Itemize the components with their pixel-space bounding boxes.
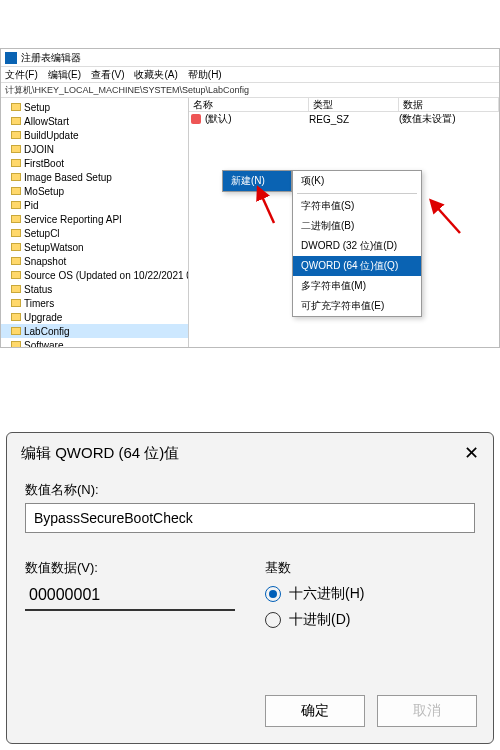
context-menu-primary: 新建(N) [222, 170, 292, 192]
tree-item[interactable]: Source OS (Updated on 10/22/2021 09:03:3… [1, 268, 188, 282]
folder-icon [11, 229, 21, 237]
ctx-new[interactable]: 新建(N) [223, 171, 291, 191]
tree-item-label: Setup [24, 102, 50, 113]
ctx-expandstring[interactable]: 可扩充字符串值(E) [293, 296, 421, 316]
ok-button[interactable]: 确定 [265, 695, 365, 727]
tree-item[interactable]: Status [1, 282, 188, 296]
value-data-input[interactable] [25, 581, 235, 611]
tree-item-label: DJOIN [24, 144, 54, 155]
string-value-icon [191, 114, 201, 124]
tree-item-label: Pid [24, 200, 38, 211]
close-icon[interactable]: ✕ [464, 442, 479, 464]
tree-item-label: Upgrade [24, 312, 62, 323]
value-row-default[interactable]: (默认) REG_SZ (数值未设置) [189, 112, 499, 126]
tree-item[interactable]: FirstBoot [1, 156, 188, 170]
tree-item-label: AllowStart [24, 116, 69, 127]
tree-item-label: Snapshot [24, 256, 66, 267]
radio-icon [265, 586, 281, 602]
radio-dec-label: 十进制(D) [289, 611, 350, 629]
tree-item[interactable]: SetupWatson [1, 240, 188, 254]
context-submenu-new: 项(K) 字符串值(S) 二进制值(B) DWORD (32 位)值(D) QW… [292, 170, 422, 317]
folder-icon [11, 145, 21, 153]
col-data[interactable]: 数据 [399, 98, 499, 111]
folder-icon [11, 271, 21, 279]
folder-icon [11, 285, 21, 293]
value-name-field[interactable]: BypassSecureBootCheck [25, 503, 475, 533]
folder-icon [11, 299, 21, 307]
col-type[interactable]: 类型 [309, 98, 399, 111]
folder-icon [11, 131, 21, 139]
tree-item-label: Status [24, 284, 52, 295]
folder-icon [11, 201, 21, 209]
tree-item[interactable]: Snapshot [1, 254, 188, 268]
radio-hex-label: 十六进制(H) [289, 585, 364, 603]
folder-icon [11, 327, 21, 335]
cancel-button[interactable]: 取消 [377, 695, 477, 727]
folder-icon [11, 341, 21, 347]
value-name: (默认) [205, 112, 309, 126]
tree-item-label: LabConfig [24, 326, 70, 337]
radio-dec[interactable]: 十进制(D) [265, 611, 475, 629]
dialog-titlebar: 编辑 QWORD (64 位)值 ✕ [7, 433, 493, 473]
folder-icon [11, 103, 21, 111]
app-icon [5, 52, 17, 64]
name-label: 数值名称(N): [25, 481, 475, 499]
ctx-binary[interactable]: 二进制值(B) [293, 216, 421, 236]
tree-item-label: SetupCl [24, 228, 60, 239]
regedit-window: 注册表编辑器 文件(F) 编辑(E) 查看(V) 收藏夹(A) 帮助(H) 计算… [0, 48, 500, 348]
folder-icon [11, 313, 21, 321]
titlebar: 注册表编辑器 [1, 49, 499, 67]
tree-item[interactable]: AllowStart [1, 114, 188, 128]
tree-item[interactable]: BuildUpdate [1, 128, 188, 142]
tree-item-label: FirstBoot [24, 158, 64, 169]
value-type: REG_SZ [309, 114, 399, 125]
tree-item[interactable]: Image Based Setup [1, 170, 188, 184]
ctx-key[interactable]: 项(K) [293, 171, 421, 191]
tree-item[interactable]: Timers [1, 296, 188, 310]
dialog-title: 编辑 QWORD (64 位)值 [21, 444, 179, 463]
menu-view[interactable]: 查看(V) [91, 68, 124, 82]
tree-item[interactable]: LabConfig [1, 324, 188, 338]
menu-favorites[interactable]: 收藏夹(A) [134, 68, 177, 82]
tree-item-label: Image Based Setup [24, 172, 112, 183]
tree-item[interactable]: Setup [1, 100, 188, 114]
tree-item[interactable]: MoSetup [1, 184, 188, 198]
ctx-qword[interactable]: QWORD (64 位)值(Q) [293, 256, 421, 276]
menu-edit[interactable]: 编辑(E) [48, 68, 81, 82]
folder-icon [11, 187, 21, 195]
value-name-text: BypassSecureBootCheck [34, 510, 193, 526]
ctx-separator [297, 193, 417, 194]
address-bar[interactable]: 计算机\HKEY_LOCAL_MACHINE\SYSTEM\Setup\LabC… [1, 82, 499, 98]
folder-icon [11, 159, 21, 167]
tree-item-label: Source OS (Updated on 10/22/2021 09:03:3… [24, 270, 189, 281]
data-label: 数值数据(V): [25, 559, 235, 577]
window-title: 注册表编辑器 [21, 51, 81, 65]
ctx-dword[interactable]: DWORD (32 位)值(D) [293, 236, 421, 256]
radio-icon [265, 612, 281, 628]
edit-qword-dialog: 编辑 QWORD (64 位)值 ✕ 数值名称(N): BypassSecure… [6, 432, 494, 744]
tree-item[interactable]: Software [1, 338, 188, 347]
tree-item-label: Service Reporting API [24, 214, 122, 225]
ctx-multistring[interactable]: 多字符串值(M) [293, 276, 421, 296]
menubar: 文件(F) 编辑(E) 查看(V) 收藏夹(A) 帮助(H) [1, 67, 499, 82]
address-text: 计算机\HKEY_LOCAL_MACHINE\SYSTEM\Setup\LabC… [5, 84, 249, 97]
folder-icon [11, 117, 21, 125]
radio-hex[interactable]: 十六进制(H) [265, 585, 475, 603]
value-data: (数值未设置) [399, 112, 499, 126]
tree-item[interactable]: Upgrade [1, 310, 188, 324]
ctx-string[interactable]: 字符串值(S) [293, 196, 421, 216]
col-name[interactable]: 名称 [189, 98, 309, 111]
menu-help[interactable]: 帮助(H) [188, 68, 222, 82]
tree-item[interactable]: DJOIN [1, 142, 188, 156]
tree-item-label: Software [24, 340, 63, 348]
tree-item-label: Timers [24, 298, 54, 309]
folder-icon [11, 257, 21, 265]
column-headers: 名称 类型 数据 [189, 98, 499, 112]
tree-item[interactable]: Service Reporting API [1, 212, 188, 226]
tree-item[interactable]: Pid [1, 198, 188, 212]
base-label: 基数 [265, 559, 475, 577]
menu-file[interactable]: 文件(F) [5, 68, 38, 82]
tree-pane: SetupAllowStartBuildUpdateDJOINFirstBoot… [1, 98, 189, 347]
folder-icon [11, 215, 21, 223]
tree-item[interactable]: SetupCl [1, 226, 188, 240]
